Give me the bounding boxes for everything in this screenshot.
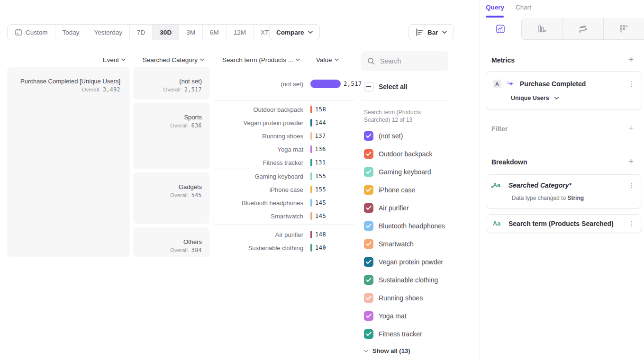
legend-item-running-shoes[interactable]: Running shoes: [364, 293, 445, 303]
term-row[interactable]: Sustainable clothing140: [213, 241, 355, 254]
breakdown-card-searched-category[interactable]: Aa* Searched Category* ⋮ Data type chang…: [486, 174, 642, 208]
legend-item-smartwatch[interactable]: Smartwatch: [364, 239, 445, 249]
term-row[interactable]: Bluetooth headphones145: [213, 196, 355, 209]
chart-type-button[interactable]: Bar: [408, 24, 454, 40]
tab-chart[interactable]: Chart: [516, 4, 531, 11]
date-range-yesterday[interactable]: Yesterday: [87, 25, 130, 40]
legend-item-fitness-tracker[interactable]: Fitness tracker: [364, 329, 445, 339]
kebab-menu-icon[interactable]: ⋮: [628, 221, 635, 227]
metrics-heading: Metrics: [491, 56, 515, 64]
show-all-button[interactable]: Show all (13): [364, 347, 410, 354]
tab-insights[interactable]: [480, 18, 521, 40]
legend-item-gaming-keyboard[interactable]: Gaming keyboard: [364, 167, 445, 177]
date-range-30d[interactable]: 30D: [153, 25, 179, 40]
legend-item-iphone-case[interactable]: iPhone case: [364, 185, 445, 195]
checkbox-checked[interactable]: [364, 131, 373, 141]
term-label: Outdoor backpack: [213, 106, 303, 113]
column-header-term[interactable]: Search term (Products ...: [213, 55, 300, 64]
breakdown-card-search-term[interactable]: Aa Search term (Products Searched) ⋮: [486, 214, 642, 233]
event-header-label: Event: [102, 56, 119, 63]
date-range-custom[interactable]: Custom: [8, 25, 55, 40]
select-all-row[interactable]: Select all: [364, 82, 408, 91]
checkbox-checked[interactable]: [364, 203, 373, 213]
checkbox-checked[interactable]: [364, 293, 373, 303]
show-all-label: Show all (13): [372, 347, 410, 354]
term-row[interactable]: Fitness tracker131: [213, 156, 355, 169]
category-cell--not-set-[interactable]: (not set)Overall2,517: [133, 67, 209, 99]
term-label: Running shoes: [213, 133, 303, 140]
term-row[interactable]: Yoga mat136: [213, 143, 355, 156]
legend-item-vegan-protein-powder[interactable]: Vegan protein powder: [364, 257, 445, 267]
kebab-menu-icon[interactable]: ⋮: [628, 182, 635, 189]
term-group-0: (not set)2,517: [213, 71, 355, 90]
value-label: 131: [315, 159, 326, 166]
metric-card[interactable]: A Purchase Completed ⋮ Unique Users: [486, 71, 642, 110]
checkbox-checked[interactable]: [364, 221, 373, 231]
date-range-today[interactable]: Today: [55, 25, 87, 40]
term-row[interactable]: Outdoor backpack158: [213, 103, 355, 116]
value-header-label: Value: [316, 56, 332, 63]
checkbox-checked[interactable]: [364, 239, 373, 249]
overall-label: Overall: [170, 123, 187, 128]
legend-item-bluetooth-headphones[interactable]: Bluetooth headphones: [364, 221, 445, 231]
date-range-12m[interactable]: 12M: [227, 25, 254, 40]
date-range-7d[interactable]: 7D: [130, 25, 153, 40]
checkbox-checked[interactable]: [364, 149, 373, 159]
kebab-menu-icon[interactable]: ⋮: [628, 81, 635, 87]
add-filter-button[interactable]: +: [628, 125, 634, 132]
tab-flows[interactable]: [562, 18, 603, 40]
retention-icon: [619, 24, 628, 34]
check-icon: [366, 278, 372, 282]
tab-retention[interactable]: [603, 18, 644, 40]
legend-item--not-set-[interactable]: (not set): [364, 131, 445, 141]
value-bar: [310, 119, 312, 126]
checkbox-checked[interactable]: [364, 185, 373, 195]
term-row[interactable]: Vegan protein powder144: [213, 116, 355, 129]
term-group-1: Outdoor backpack158Vegan protein powder1…: [213, 100, 355, 169]
term-row[interactable]: (not set)2,517: [213, 77, 355, 90]
term-row[interactable]: Gaming keyboard155: [213, 170, 355, 183]
tab-funnels[interactable]: [521, 18, 562, 40]
column-header-category[interactable]: Searched Category: [133, 55, 204, 64]
overall-value: 545: [191, 192, 202, 199]
category-title: Sports: [138, 113, 202, 121]
term-row[interactable]: Running shoes137: [213, 129, 355, 143]
select-all-checkbox[interactable]: [364, 82, 373, 91]
term-row[interactable]: Air purifier148: [213, 228, 355, 241]
event-overall: Overall3,492: [14, 86, 120, 93]
add-breakdown-button[interactable]: +: [628, 158, 634, 165]
overall-value: 636: [191, 122, 202, 129]
value-bar: [310, 132, 312, 140]
term-label: Fitness tracker: [213, 159, 303, 166]
metric-row: A Purchase Completed ⋮: [486, 73, 642, 95]
category-cell-gadgets[interactable]: GadgetsOverall545: [133, 172, 209, 224]
column-header-event[interactable]: Event: [7, 55, 126, 64]
metric-measure-row[interactable]: Unique Users: [486, 95, 642, 101]
add-metric-button[interactable]: +: [628, 56, 634, 63]
term-row[interactable]: iPhone case155: [213, 183, 355, 196]
legend-item-sustainable-clothing[interactable]: Sustainable clothing: [364, 275, 445, 285]
tab-query[interactable]: Query: [486, 4, 504, 11]
checkbox-checked[interactable]: [364, 275, 373, 285]
term-row[interactable]: Smartwatch145: [213, 209, 355, 223]
search-input[interactable]: [379, 57, 438, 65]
legend-item-outdoor-backpack[interactable]: Outdoor backpack: [364, 149, 445, 159]
chevron-down-icon: [554, 97, 559, 99]
date-range-6m[interactable]: 6M: [203, 25, 227, 40]
category-overall: Overall384: [138, 247, 202, 253]
check-icon: [366, 332, 372, 336]
checkbox-checked[interactable]: [364, 257, 373, 267]
checkbox-checked[interactable]: [364, 311, 373, 321]
column-header-value[interactable]: Value: [316, 55, 349, 64]
checkbox-checked[interactable]: [364, 329, 373, 339]
category-cell-sports[interactable]: SportsOverall636: [133, 103, 209, 169]
date-range-3m[interactable]: 3M: [179, 25, 203, 40]
legend-item-air-purifier[interactable]: Air purifier: [364, 203, 445, 213]
checkbox-checked[interactable]: [364, 167, 373, 177]
compare-button[interactable]: Compare: [269, 24, 320, 40]
value-label: 145: [315, 213, 326, 219]
category-cell-others[interactable]: OthersOverall384: [133, 227, 209, 257]
legend-item-yoga-mat[interactable]: Yoga mat: [364, 311, 445, 321]
event-cell[interactable]: Purchase Completed [Unique Users] Overal…: [7, 67, 130, 257]
check-icon: [366, 296, 372, 300]
